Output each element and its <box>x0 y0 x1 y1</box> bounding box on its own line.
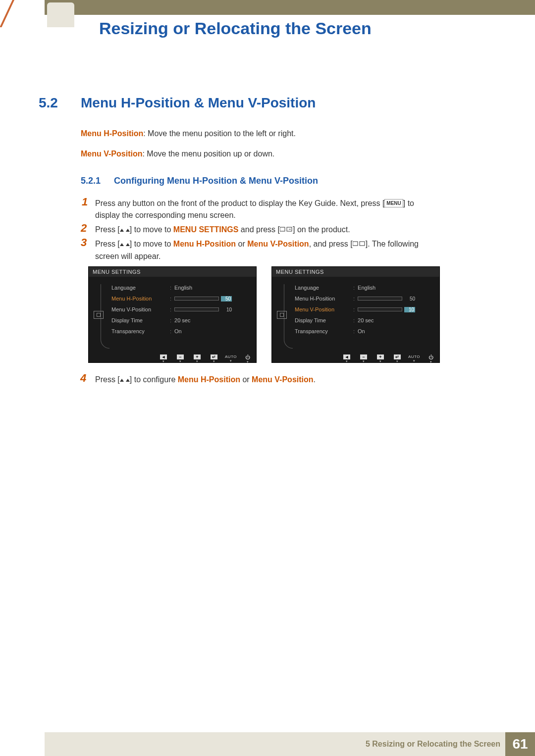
plus-icon: +▾ <box>193 354 202 360</box>
up-down-arrow-icon <box>120 224 130 236</box>
desc-h-position: Menu H-Position: Move the menu position … <box>81 128 296 140</box>
step-4-number: 4 <box>80 372 86 385</box>
subsection-number: 5.2.1 <box>81 176 101 186</box>
osd-label-language: Language <box>111 284 167 292</box>
minus-icon: −▾ <box>176 354 185 360</box>
back-icon: ◄▾ <box>342 354 351 360</box>
osd-title: MENU SETTINGS <box>272 267 439 277</box>
svg-rect-6 <box>353 242 358 246</box>
osd-label-dtime: Display Time <box>111 316 167 324</box>
minus-icon: −▾ <box>359 354 368 360</box>
up-down-arrow-icon <box>120 374 130 386</box>
position-icon <box>277 311 287 319</box>
menu-settings-label: MENU SETTINGS <box>173 225 239 234</box>
osd-value-language: English <box>174 285 192 291</box>
enter-source-icon <box>353 239 366 251</box>
osd-vpos-value: 10 <box>404 307 415 312</box>
osd-label-language: Language <box>295 284 350 292</box>
top-bar <box>45 0 535 15</box>
step-3-text: Press [ ] to move to Menu H-Position or … <box>95 238 437 262</box>
section-title: Menu H-Position & Menu V-Position <box>81 95 316 111</box>
step-3-number: 3 <box>81 236 87 249</box>
osd-panel-hpos: MENU SETTINGS Language Menu H-Position M… <box>88 266 257 363</box>
footer-bar: 5 Resizing or Relocating the Screen 61 <box>45 732 535 756</box>
step-1-number: 1 <box>82 196 88 208</box>
osd-hpos-slider: 50 <box>174 296 232 302</box>
osd-label-hpos: Menu H-Position <box>111 295 167 302</box>
svg-rect-7 <box>360 242 365 246</box>
osd-label-dtime: Display Time <box>295 316 350 324</box>
svg-marker-5 <box>126 243 130 246</box>
osd-label-vpos: Menu V-Position <box>295 305 350 313</box>
osd-footer-icons: ◄▾ −▾ +▾ ↵▾ AUTO▾ ⏻▾ <box>159 354 252 360</box>
svg-rect-2 <box>280 227 285 231</box>
page-number: 61 <box>505 732 535 756</box>
up-down-arrow-icon <box>120 239 130 251</box>
position-icon <box>94 311 104 319</box>
osd-label-transp: Transparency <box>111 327 167 335</box>
osd-vpos-slider: 10 <box>358 307 415 312</box>
osd-screenshots: MENU SETTINGS Language Menu H-Position M… <box>88 266 440 363</box>
footer-chapter: 5 Resizing or Relocating the Screen <box>366 740 500 749</box>
decorative-stripe <box>0 0 14 27</box>
section-number: 5.2 <box>39 95 58 111</box>
osd-footer-icons: ◄▾ −▾ +▾ ↵▾ AUTO▾ ⏻▾ <box>342 354 435 360</box>
power-icon: ⏻▾ <box>427 354 435 360</box>
osd-label-hpos: Menu H-Position <box>295 295 350 302</box>
enter-source-icon <box>280 224 293 236</box>
menu-button-label: MENU <box>384 199 403 207</box>
step-1-text: Press any button on the front of the pro… <box>95 198 437 221</box>
osd-hpos-value: 50 <box>404 296 415 302</box>
desc-h-text: : Move the menu position to the left or … <box>143 129 296 138</box>
enter-icon: ↵▾ <box>393 354 402 360</box>
osd-value-transp: On <box>174 328 182 334</box>
svg-marker-4 <box>120 243 124 246</box>
osd-title: MENU SETTINGS <box>89 267 256 277</box>
osd-label-transp: Transparency <box>295 327 350 335</box>
osd-value-language: English <box>358 285 375 291</box>
osd-hpos-value: 50 <box>221 296 232 302</box>
svg-marker-8 <box>120 379 124 382</box>
svg-marker-9 <box>126 379 130 382</box>
osd-panel-vpos: MENU SETTINGS Language Menu H-Position M… <box>271 266 440 363</box>
osd-value-transp: On <box>358 328 365 334</box>
osd-label-vpos: Menu V-Position <box>111 305 167 313</box>
chapter-badge <box>47 2 74 27</box>
osd-vpos-value: 10 <box>221 307 232 312</box>
svg-marker-0 <box>120 229 124 232</box>
osd-value-dtime: 20 sec <box>174 317 190 323</box>
auto-icon: AUTO▾ <box>410 354 419 360</box>
auto-icon: AUTO▾ <box>226 354 235 360</box>
svg-marker-1 <box>126 229 130 232</box>
osd-value-dtime: 20 sec <box>358 317 374 323</box>
osd-vpos-slider: 10 <box>174 307 232 312</box>
page-title: Resizing or Relocating the Screen <box>99 19 372 38</box>
desc-h-label: Menu H-Position <box>81 129 143 138</box>
subsection-title: Configuring Menu H-Position & Menu V-Pos… <box>114 176 318 186</box>
step-2-text: Press [ ] to move to MENU SETTINGS and p… <box>95 224 437 236</box>
enter-icon: ↵▾ <box>210 354 218 360</box>
step-4-text: Press [ ] to configure Menu H-Position o… <box>95 374 437 386</box>
back-icon: ◄▾ <box>159 354 168 360</box>
desc-v-text: : Move the menu position up or down. <box>142 150 274 158</box>
desc-v-position: Menu V-Position: Move the menu position … <box>81 148 274 160</box>
step-2-number: 2 <box>81 222 87 235</box>
osd-hpos-slider: 50 <box>358 296 415 302</box>
power-icon: ⏻▾ <box>243 354 252 360</box>
desc-v-label: Menu V-Position <box>81 150 142 158</box>
plus-icon: +▾ <box>376 354 385 360</box>
